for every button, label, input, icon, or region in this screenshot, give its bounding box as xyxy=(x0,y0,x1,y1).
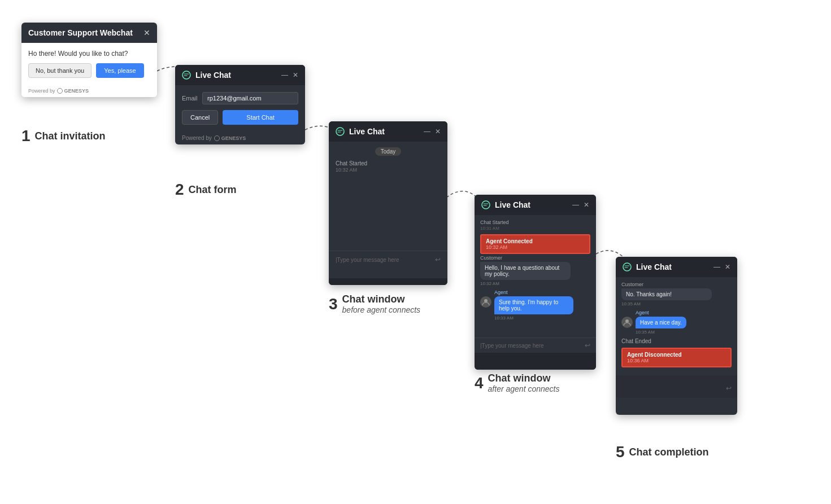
widget3-header: Live Chat — ✕ xyxy=(329,121,447,142)
customer-sender-label: Customer xyxy=(480,255,590,261)
agent-disconnected-time: 10:36 AM xyxy=(627,358,726,363)
genesys-icon xyxy=(57,88,63,94)
svg-point-8 xyxy=(623,263,631,271)
minimize-icon[interactable]: — xyxy=(281,71,288,79)
close-icon5[interactable]: ✕ xyxy=(725,263,730,271)
svg-point-9 xyxy=(625,319,629,323)
system-msg1: Chat Started xyxy=(480,220,590,225)
chat-started-time: 10:32 AM xyxy=(336,167,441,173)
step4-label: 4 Chat window after agent connects xyxy=(475,372,559,393)
widget-chat-before-agent: Live Chat — ✕ Today Chat Started 10:32 A… xyxy=(329,121,447,285)
close-icon3[interactable]: ✕ xyxy=(435,128,441,135)
chat-started-label: Chat Started xyxy=(336,160,441,166)
widget4-footer xyxy=(475,353,596,370)
widget-chat-completion: Live Chat — ✕ Customer No. Thanks again!… xyxy=(616,257,737,415)
close-icon4[interactable]: ✕ xyxy=(584,201,589,209)
customer-message-wrap: Customer Hello, I have a question about … xyxy=(480,255,590,286)
widget1-question: Ho there! Would you like to chat? xyxy=(28,50,150,58)
widget4-title: Live Chat xyxy=(495,200,530,209)
step3-label: 3 Chat window before agent connects xyxy=(329,293,420,314)
agent-bubble5: Have a nice day. xyxy=(636,317,686,328)
widget4-header-actions: — ✕ xyxy=(572,201,589,209)
send-icon4[interactable]: ↩ xyxy=(585,341,590,349)
date-pill: Today xyxy=(375,147,402,156)
agent-message-wrap5: Agent Have a nice day. 10:35 AM xyxy=(621,310,732,335)
chat-icon5 xyxy=(623,262,632,271)
agent-bubble: Sure thing. I'm happy to help you. xyxy=(494,296,573,314)
minimize-icon5[interactable]: — xyxy=(713,263,720,271)
message-placeholder4[interactable]: |Type your message here xyxy=(480,343,585,349)
genesys-icon2 xyxy=(214,135,220,141)
widget1-close-icon[interactable]: ✕ xyxy=(143,28,150,37)
widget1-powered-by: Powered by GENESYS xyxy=(21,85,157,97)
widget1-title: Customer Support Webchat xyxy=(28,28,133,37)
form-buttons: Cancel Start Chat xyxy=(182,110,298,125)
widget2-header: Live Chat — ✕ xyxy=(175,65,305,85)
widget3-header-actions: — ✕ xyxy=(424,128,441,135)
start-chat-button[interactable]: Start Chat xyxy=(223,110,298,125)
chat-icon xyxy=(182,71,191,80)
svg-point-5 xyxy=(336,128,344,135)
agent-msg-time5: 10:35 AM xyxy=(636,330,686,335)
agent-connected-text: Agent Connected xyxy=(486,238,585,244)
customer-msg-time: 10:32 AM xyxy=(480,281,590,286)
agent-sender-label5: Agent xyxy=(636,310,686,315)
widget3-powered-by xyxy=(329,278,447,285)
widget5-bottom-area: ↩ xyxy=(616,375,737,398)
widget5-title: Live Chat xyxy=(636,262,672,271)
email-label: Email xyxy=(182,95,199,102)
step1-label: 1 Chat invitation xyxy=(21,127,106,145)
svg-point-6 xyxy=(482,201,490,209)
send-icon[interactable]: ↩ xyxy=(435,256,441,264)
agent-message-wrap: Agent Sure thing. I'm happy to help you.… xyxy=(480,290,590,321)
svg-point-4 xyxy=(182,71,190,79)
system-time1: 10:31 AM xyxy=(480,226,590,231)
widget4-input-area: |Type your message here ↩ xyxy=(475,338,596,353)
accept-button[interactable]: Yes, please xyxy=(96,63,143,78)
widget1-header: Customer Support Webchat ✕ xyxy=(21,23,157,43)
chat-icon4 xyxy=(481,200,490,209)
widget-chat-form: Live Chat — ✕ Email Cancel Start Chat Po… xyxy=(175,65,305,144)
widget2-header-actions: — ✕ xyxy=(281,71,298,79)
email-input[interactable] xyxy=(202,92,298,104)
message-placeholder[interactable]: |Type your message here xyxy=(336,257,435,263)
widget1-body: Ho there! Would you like to chat? No, bu… xyxy=(21,43,157,85)
customer-bubble5: No. Thanks again! xyxy=(621,288,712,300)
widget2-body: Email Cancel Start Chat xyxy=(175,85,305,132)
minimize-icon4[interactable]: — xyxy=(572,201,579,209)
widget2-title: Live Chat xyxy=(195,71,231,80)
widget1-buttons: No, but thank you Yes, please xyxy=(28,63,150,78)
agent-avatar xyxy=(480,296,491,308)
widget3-input-area: |Type your message here ↩ xyxy=(329,251,447,268)
send-icon5: ↩ xyxy=(726,384,732,392)
cancel-button[interactable]: Cancel xyxy=(182,110,218,125)
agent-disconnected-banner: Agent Disconnected 10:36 AM xyxy=(621,348,732,367)
widget5-header-left: Live Chat xyxy=(623,262,672,271)
agent-msg-time: 10:33 AM xyxy=(494,315,573,321)
widget4-body: Chat Started 10:31 AM Agent Connected 10… xyxy=(475,215,596,349)
widget5-header-actions: — ✕ xyxy=(713,263,730,271)
customer-message-wrap5: Customer No. Thanks again! 10:35 AM xyxy=(621,282,732,306)
widget-chat-after-agent: Live Chat — ✕ Chat Started 10:31 AM Agen… xyxy=(475,195,596,370)
agent-connected-time: 10:32 AM xyxy=(486,244,585,250)
widget-chat-invitation: Customer Support Webchat ✕ Ho there! Wou… xyxy=(21,23,157,97)
widget4-header-left: Live Chat xyxy=(481,200,530,209)
agent-connected-banner: Agent Connected 10:32 AM xyxy=(480,234,590,254)
close-icon[interactable]: ✕ xyxy=(293,71,298,79)
widget3-title: Live Chat xyxy=(349,127,385,136)
agent-avatar5 xyxy=(621,317,633,328)
minimize-icon3[interactable]: — xyxy=(424,128,430,135)
chat-icon3 xyxy=(336,127,345,136)
customer-sender-label5: Customer xyxy=(621,282,732,287)
chat-ended-label: Chat Ended xyxy=(621,338,732,344)
step5-label: 5 Chat completion xyxy=(616,443,709,461)
step2-label: 2 Chat form xyxy=(175,181,237,199)
widget5-header: Live Chat — ✕ xyxy=(616,257,737,277)
decline-button[interactable]: No, but thank you xyxy=(28,63,92,78)
svg-point-7 xyxy=(484,299,488,303)
agent-disconnected-text: Agent Disconnected xyxy=(627,352,726,358)
widget3-header-left: Live Chat xyxy=(336,127,385,136)
email-row: Email xyxy=(182,92,298,104)
customer-msg-time5: 10:35 AM xyxy=(621,301,732,306)
agent-sender-label: Agent xyxy=(494,290,573,295)
